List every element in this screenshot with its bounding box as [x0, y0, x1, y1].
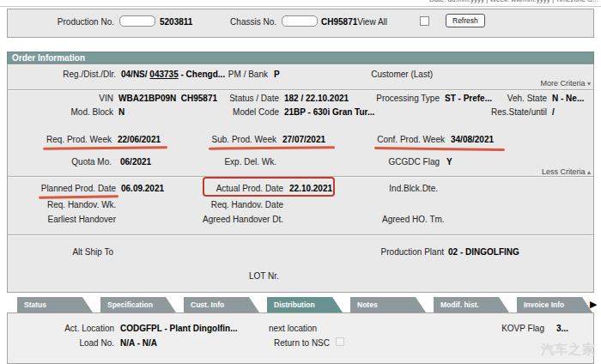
- chassis-no-value: CH95871: [321, 17, 357, 27]
- chevron-down-icon: ▾: [587, 80, 591, 88]
- earliest-handover-label: Earliest Handover: [47, 215, 116, 224]
- processing-type-label: Processing Type: [371, 94, 440, 103]
- customer-label: Customer (Last): [364, 70, 433, 79]
- search-bar: Production No. 5203811 Chassis No. CH958…: [7, 9, 594, 38]
- act-location-label: Act. Location: [28, 324, 114, 333]
- production-plant-value: 02 - DINGOLFING: [448, 247, 519, 257]
- production-no-value: 5203811: [160, 17, 192, 27]
- tab-invoice-info[interactable]: Invoice Info: [517, 297, 592, 312]
- vin-value: WBA21BP09N CH95871: [118, 94, 217, 103]
- vin-label: VIN: [62, 94, 113, 103]
- ind-blck-dte-label: Ind.Blck.Dte.: [386, 184, 438, 193]
- load-no-value: N/A - N/A: [120, 338, 157, 348]
- veh-state-value: N - Ne...: [552, 94, 584, 103]
- production-no-label: Production No.: [28, 17, 114, 27]
- lot-nr-label: LOT Nr.: [249, 271, 283, 281]
- processing-type-value: ST - Prefe...: [445, 94, 492, 103]
- actual-prod-date-value: 22.10.2021: [289, 184, 332, 193]
- quota-mo-value: 06/2021: [120, 157, 151, 167]
- status-date-label: Status / Date: [210, 94, 279, 103]
- next-location-label: next location: [269, 324, 329, 333]
- req-handov-wk-label: Req. Handov. Wk.: [47, 200, 116, 209]
- less-criteria-label: Less Criteria: [542, 167, 586, 176]
- mod-block-value: N: [118, 107, 124, 117]
- agreed-ho-tm-label: Agreed HO. Tm.: [382, 215, 442, 224]
- sub-prod-week-label: Sub. Prod. Week: [208, 135, 276, 144]
- kovp-flag-label: KOVP Flag: [481, 324, 544, 333]
- res-state-label: Res.State/until: [478, 107, 547, 117]
- exp-del-wk-label: Exp. Del. Wk.: [216, 157, 276, 167]
- sub-prod-week-value: 27/07/2021: [282, 135, 325, 144]
- tab-notes[interactable]: Notes: [350, 297, 426, 312]
- reg-prefix: 04/NS/: [121, 70, 148, 79]
- planned-prod-date-value: 06.09.2021: [121, 184, 164, 193]
- reg-dist-dlr-value: 04/NS/ 043735 - Chengd...: [121, 70, 225, 79]
- model-code-value: 21BP - 630i Gran Tur...: [284, 107, 374, 117]
- view-all-checkbox[interactable]: [420, 16, 429, 26]
- mod-block-label: Mod. Block: [45, 107, 113, 117]
- quota-mo-label: Quota Mo.: [52, 157, 112, 167]
- tab-status[interactable]: Status: [17, 297, 93, 312]
- vehicle-order-screen: Date: dd.mm.yyyy | Week: ww/mm.yyyy | Ti…: [0, 0, 601, 364]
- pm-bank-label: PM / Bank: [216, 70, 268, 79]
- detail-tabs: Status Specification Cust. Info Distribu…: [7, 297, 594, 312]
- return-to-nsc-label: Return to NSC: [261, 338, 330, 348]
- tab-distribution[interactable]: Distribution: [267, 297, 343, 312]
- view-all-label: View All: [353, 17, 387, 27]
- top-divider: [0, 6, 601, 7]
- gcgdc-flag-label: GCGDC Flag: [379, 157, 440, 167]
- model-code-label: Model Code: [210, 107, 279, 117]
- more-criteria-link[interactable]: More Criteria ▾: [540, 79, 591, 88]
- pm-bank-value: P: [274, 70, 280, 79]
- conf-prod-week-label: Conf. Prod. Week: [372, 135, 445, 144]
- production-no-input[interactable]: [119, 15, 155, 27]
- req-prod-week-label: Req. Prod. Week: [43, 135, 112, 144]
- refresh-button[interactable]: Refresh: [446, 14, 485, 27]
- status-date-value: 182 / 22.10.2021: [284, 94, 349, 103]
- autohome-watermark: 汽车之家: [541, 342, 596, 358]
- chevron-up-icon: ▴: [587, 168, 591, 176]
- dealer-number-link[interactable]: 043735: [149, 70, 178, 79]
- veh-state-label: Veh. State: [495, 94, 547, 103]
- section-divider: [8, 234, 593, 235]
- less-criteria-link[interactable]: Less Criteria ▴: [542, 167, 591, 176]
- kovp-flag-value: 3...: [556, 324, 568, 333]
- tab-modif-hist[interactable]: Modif. hist.: [434, 297, 509, 312]
- chassis-no-input[interactable]: [282, 15, 318, 27]
- tabs-overflow-arrow-icon[interactable]: ▶: [590, 299, 597, 310]
- chassis-no-label: Chassis No.: [207, 17, 276, 27]
- more-criteria-label: More Criteria: [540, 79, 585, 88]
- reg-dist-dlr-label: Reg./Dist./Dlr.: [47, 70, 116, 79]
- tab-cust-info[interactable]: Cust. Info: [184, 297, 259, 312]
- act-location-value: CODGFPL - Plant Dingolfin...: [120, 324, 237, 333]
- gcgdc-flag-value: Y: [446, 157, 452, 167]
- req-prod-week-value: 22/06/2021: [118, 135, 161, 144]
- tab-specification[interactable]: Specification: [100, 297, 176, 312]
- actual-prod-date-label: Actual Prod. Date: [215, 184, 283, 193]
- datetime-format-note: Date: dd.mm.yyyy | Week: ww/mm.yyyy | Ti…: [429, 0, 598, 3]
- planned-prod-date-label: Planned Prod. Date: [39, 184, 116, 193]
- production-plant-label: Production Plant: [375, 247, 444, 257]
- alt-ship-to-label: Alt Ship To: [62, 247, 113, 257]
- section-divider: [8, 89, 593, 90]
- conf-prod-week-value: 34/08/2021: [451, 135, 494, 144]
- agreed-handover-dt-label: Agreed Handover Dt.: [202, 215, 283, 224]
- return-to-nsc-checkbox[interactable]: [336, 337, 344, 346]
- res-state-value: /: [552, 107, 555, 117]
- order-information-header: Order Information: [7, 52, 594, 64]
- req-handov-date-label: Req. Handov. Date: [210, 200, 283, 209]
- load-no-label: Load No.: [46, 338, 114, 348]
